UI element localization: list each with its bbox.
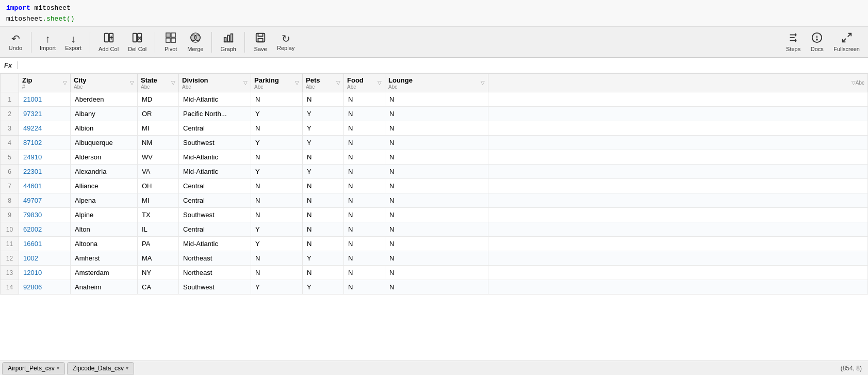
cell-lounge[interactable]: N [385, 280, 488, 295]
cell-food[interactable]: N [344, 179, 385, 193]
cell-food[interactable]: N [344, 208, 385, 222]
cell-division[interactable]: Pacific North... [179, 107, 251, 121]
filter-icon-state[interactable]: ▽ [171, 80, 175, 86]
cell-zip[interactable]: 62002 [19, 222, 71, 237]
graph-button[interactable]: Graph [216, 29, 240, 55]
tab-zipcode-data-arrow[interactable]: ▾ [126, 365, 128, 371]
filter-icon-city[interactable]: ▽ [130, 80, 134, 86]
cell-state[interactable]: MD [138, 92, 179, 107]
cell-zip[interactable]: 49224 [19, 121, 71, 136]
replay-button[interactable]: ↻ Replay [273, 29, 299, 55]
cell-state[interactable]: MA [138, 251, 179, 266]
cell-division[interactable]: Mid-Atlantic [179, 237, 251, 251]
cell-food[interactable]: N [344, 165, 385, 179]
filter-icon-zip[interactable]: ▽ [63, 80, 67, 86]
cell-zip[interactable]: 22301 [19, 165, 71, 179]
tab-airport-pets-arrow[interactable]: ▾ [57, 365, 59, 371]
table-row[interactable]: 524910AldersonWVMid-AtlanticNNNN [1, 150, 868, 165]
table-row[interactable]: 849707AlpenaMICentralNNNN [1, 193, 868, 208]
cell-pets[interactable]: N [303, 266, 344, 280]
cell-city[interactable]: Albion [71, 121, 138, 136]
cell-lounge[interactable]: N [385, 121, 488, 136]
add-col-button[interactable]: Add Col [94, 29, 123, 55]
fullscreen-button[interactable]: Fullscreen [829, 29, 864, 55]
cell-city[interactable]: Amsterdam [71, 266, 138, 280]
filter-icon-food[interactable]: ▽ [378, 80, 382, 86]
table-row[interactable]: 121001AberdeenMDMid-AtlanticNNNN [1, 92, 868, 107]
cell-city[interactable]: Albuquerque [71, 136, 138, 150]
cell-zip[interactable]: 16601 [19, 237, 71, 251]
cell-zip[interactable]: 44601 [19, 179, 71, 193]
col-header-parking[interactable]: Parking Abc ▽ [251, 74, 303, 92]
cell-zip[interactable]: 92806 [19, 280, 71, 295]
col-header-state[interactable]: State Abc ▽ [138, 74, 179, 92]
cell-division[interactable]: Central [179, 222, 251, 237]
cell-division[interactable]: Central [179, 193, 251, 208]
col-header-city[interactable]: City Abc ▽ [71, 74, 138, 92]
cell-lounge[interactable]: N [385, 150, 488, 165]
spreadsheet-container[interactable]: Zip # ▽ City Abc ▽ [0, 73, 868, 361]
cell-state[interactable]: CA [138, 280, 179, 295]
cell-division[interactable]: Northeast [179, 251, 251, 266]
filter-icon-pets[interactable]: ▽ [336, 80, 340, 86]
cell-pets[interactable]: Y [303, 280, 344, 295]
table-row[interactable]: 1116601AltoonaPAMid-AtlanticYNNN [1, 237, 868, 251]
cell-lounge[interactable]: N [385, 208, 488, 222]
merge-button[interactable]: Merge [183, 29, 207, 55]
cell-state[interactable]: VA [138, 165, 179, 179]
cell-parking[interactable]: Y [251, 222, 303, 237]
filter-icon-parking[interactable]: ▽ [295, 80, 299, 86]
cell-parking[interactable]: N [251, 150, 303, 165]
cell-pets[interactable]: Y [303, 121, 344, 136]
cell-parking[interactable]: N [251, 121, 303, 136]
cell-lounge[interactable]: N [385, 237, 488, 251]
del-col-button[interactable]: Del Col [124, 29, 151, 55]
save-button[interactable]: Save [249, 29, 272, 55]
cell-food[interactable]: N [344, 107, 385, 121]
cell-parking[interactable]: N [251, 179, 303, 193]
table-row[interactable]: 1062002AltonILCentralYNNN [1, 222, 868, 237]
cell-parking[interactable]: Y [251, 107, 303, 121]
cell-food[interactable]: N [344, 92, 385, 107]
cell-food[interactable]: N [344, 150, 385, 165]
cell-parking[interactable]: N [251, 193, 303, 208]
cell-pets[interactable]: Y [303, 165, 344, 179]
cell-state[interactable]: WV [138, 150, 179, 165]
cell-state[interactable]: NM [138, 136, 179, 150]
col-header-division[interactable]: Division Abc ▽ [179, 74, 251, 92]
filter-icon-division[interactable]: ▽ [243, 80, 248, 86]
cell-zip[interactable]: 97321 [19, 107, 71, 121]
cell-city[interactable]: Alton [71, 222, 138, 237]
cell-parking[interactable]: N [251, 251, 303, 266]
cell-state[interactable]: MI [138, 121, 179, 136]
cell-division[interactable]: Mid-Atlantic [179, 150, 251, 165]
table-row[interactable]: 297321AlbanyORPacific North...YYNN [1, 107, 868, 121]
cell-pets[interactable]: N [303, 150, 344, 165]
table-row[interactable]: 979830AlpineTXSouthwestNNNN [1, 208, 868, 222]
cell-pets[interactable]: N [303, 208, 344, 222]
table-row[interactable]: 1312010AmsterdamNYNortheastNNNN [1, 266, 868, 280]
cell-state[interactable]: NY [138, 266, 179, 280]
cell-pets[interactable]: N [303, 179, 344, 193]
cell-zip[interactable]: 1002 [19, 251, 71, 266]
tab-zipcode-data[interactable]: Zipcode_Data_csv ▾ [67, 362, 134, 374]
cell-division[interactable]: Mid-Atlantic [179, 92, 251, 107]
cell-food[interactable]: N [344, 222, 385, 237]
cell-parking[interactable]: N [251, 208, 303, 222]
cell-lounge[interactable]: N [385, 266, 488, 280]
cell-state[interactable]: TX [138, 208, 179, 222]
cell-state[interactable]: OR [138, 107, 179, 121]
cell-lounge[interactable]: N [385, 136, 488, 150]
cell-food[interactable]: N [344, 136, 385, 150]
cell-city[interactable]: Alderson [71, 150, 138, 165]
cell-city[interactable]: Alexandria [71, 165, 138, 179]
cell-city[interactable]: Alpine [71, 208, 138, 222]
cell-city[interactable]: Albany [71, 107, 138, 121]
cell-lounge[interactable]: N [385, 179, 488, 193]
cell-division[interactable]: Southwest [179, 136, 251, 150]
col-header-zip[interactable]: Zip # ▽ [19, 74, 71, 92]
cell-city[interactable]: Altoona [71, 237, 138, 251]
cell-parking[interactable]: Y [251, 237, 303, 251]
cell-food[interactable]: N [344, 121, 385, 136]
cell-pets[interactable]: N [303, 193, 344, 208]
